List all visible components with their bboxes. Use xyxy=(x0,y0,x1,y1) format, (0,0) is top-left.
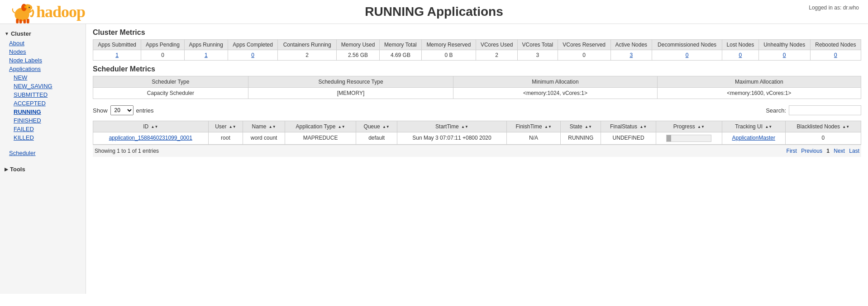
sort-arrows-final-status: ▲▼ xyxy=(639,125,647,129)
th-state[interactable]: State ▲▼ xyxy=(561,121,601,132)
sched-val-type: Capacity Scheduler xyxy=(93,88,248,99)
sort-arrows-user: ▲▼ xyxy=(229,125,236,129)
sched-col-type: Scheduler Type xyxy=(93,76,248,88)
th-progress[interactable]: Progress ▲▼ xyxy=(656,121,722,132)
sort-arrows-tracking-ui: ▲▼ xyxy=(765,125,772,129)
col-unhealthy-nodes: Unhealthy Nodes xyxy=(758,40,810,50)
col-active-nodes: Active Nodes xyxy=(610,40,652,50)
showing-text: Showing 1 to 1 of 1 entries xyxy=(95,148,159,154)
sidebar-item-scheduler[interactable]: Scheduler xyxy=(0,149,86,157)
th-id[interactable]: ID ▲▼ xyxy=(93,121,209,132)
th-final-status[interactable]: FinalStatus ▲▼ xyxy=(601,121,656,132)
sort-arrows-queue: ▲▼ xyxy=(382,125,390,129)
sort-arrows-name: ▲▼ xyxy=(269,125,276,129)
hadoop-elephant-icon xyxy=(9,0,36,24)
sidebar-item-new-saving[interactable]: NEW_SAVING xyxy=(0,82,86,90)
col-lost-nodes: Lost Nodes xyxy=(722,40,758,50)
col-vcores-reserved: VCores Reserved xyxy=(558,40,610,50)
sidebar-item-finished[interactable]: FINISHED xyxy=(0,116,86,125)
entries-label: entries xyxy=(136,107,154,114)
col-decommissioned-nodes: Decommissioned Nodes xyxy=(652,40,722,50)
sidebar: ▼ Cluster About Nodes Node Labels Applic… xyxy=(0,24,86,294)
svg-rect-6 xyxy=(23,19,26,24)
pagination-links: First Previous 1 Next Last xyxy=(784,148,859,154)
entries-select[interactable]: 20 50 100 xyxy=(110,105,134,115)
sidebar-item-new[interactable]: NEW xyxy=(0,73,86,82)
sidebar-item-nodes[interactable]: Nodes xyxy=(0,47,86,56)
th-queue[interactable]: Queue ▲▼ xyxy=(356,121,397,132)
sort-arrows-state: ▲▼ xyxy=(585,125,592,129)
search-control: Search: xyxy=(766,105,861,115)
col-memory-total: Memory Total xyxy=(380,40,421,50)
th-blacklisted-nodes[interactable]: Blacklisted Nodes ▲▼ xyxy=(785,121,861,132)
col-containers-running: Containers Running xyxy=(278,40,337,50)
sort-arrows-app-type: ▲▼ xyxy=(338,125,345,129)
sched-col-resource: Scheduling Resource Type xyxy=(248,76,453,88)
cell-state: RUNNING xyxy=(561,132,601,145)
val-active-nodes[interactable]: 3 xyxy=(610,50,652,61)
cell-name: word count xyxy=(243,132,285,145)
table-controls: Show 20 50 100 entries Search: xyxy=(93,104,861,117)
cluster-metrics-title: Cluster Metrics xyxy=(93,28,861,37)
pagination-last[interactable]: Last xyxy=(849,148,859,154)
scheduler-metrics-table: Scheduler Type Scheduling Resource Type … xyxy=(93,76,861,99)
tools-label: Tools xyxy=(10,166,25,173)
col-rebooted-nodes: Rebooted Nodes xyxy=(810,40,861,50)
sidebar-item-running[interactable]: RUNNING xyxy=(0,108,86,116)
val-lost-nodes[interactable]: 0 xyxy=(722,50,758,61)
tools-section-header[interactable]: ▶ Tools xyxy=(0,164,86,174)
sidebar-item-submitted[interactable]: SUBMITTED xyxy=(0,90,86,99)
sched-val-max: <memory:1600, vCores:1> xyxy=(657,88,861,99)
cluster-section-header[interactable]: ▼ Cluster xyxy=(0,28,86,39)
th-finish-time[interactable]: FinishTime ▲▼ xyxy=(506,121,560,132)
th-app-type[interactable]: Application Type ▲▼ xyxy=(285,121,356,132)
sort-arrows-start-time: ▲▼ xyxy=(461,125,468,129)
val-memory-total: 4.69 GB xyxy=(380,50,421,61)
col-apps-pending: Apps Pending xyxy=(141,40,184,50)
th-user[interactable]: User ▲▼ xyxy=(208,121,243,132)
sched-val-min: <memory:1024, vCores:1> xyxy=(453,88,657,99)
svg-point-8 xyxy=(24,5,28,8)
sort-arrows-progress: ▲▼ xyxy=(697,125,705,129)
cell-progress xyxy=(656,132,722,145)
val-unhealthy-nodes[interactable]: 0 xyxy=(758,50,810,61)
val-decommissioned-nodes[interactable]: 0 xyxy=(652,50,722,61)
sidebar-item-about[interactable]: About xyxy=(0,39,86,47)
th-tracking-ui[interactable]: Tracking UI ▲▼ xyxy=(722,121,785,132)
col-memory-used: Memory Used xyxy=(336,40,379,50)
cell-app-id[interactable]: application_1588460231099_0001 xyxy=(93,132,209,145)
sidebar-item-node-labels[interactable]: Node Labels xyxy=(0,56,86,65)
hadoop-logo-text: hadoop xyxy=(36,2,85,21)
sched-val-resource: [MEMORY] xyxy=(248,88,453,99)
val-vcores-used: 2 xyxy=(476,50,518,61)
cell-queue: default xyxy=(356,132,397,145)
show-label: Show xyxy=(93,107,108,114)
val-apps-completed[interactable]: 0 xyxy=(228,50,278,61)
search-input[interactable] xyxy=(789,105,861,115)
sidebar-item-applications[interactable]: Applications xyxy=(0,65,86,73)
sidebar-item-accepted[interactable]: ACCEPTED xyxy=(0,99,86,108)
th-start-time[interactable]: StartTime ▲▼ xyxy=(397,121,506,132)
cell-tracking-ui[interactable]: ApplicationMaster xyxy=(722,132,785,145)
cell-blacklisted-nodes: 0 xyxy=(785,132,861,145)
col-memory-reserved: Memory Reserved xyxy=(421,40,476,50)
val-apps-submitted[interactable]: 1 xyxy=(93,50,141,61)
pagination-current-page: 1 xyxy=(826,148,830,154)
pagination-next[interactable]: Next xyxy=(834,148,845,154)
svg-rect-7 xyxy=(27,19,29,23)
page-title: RUNNING Applications xyxy=(365,5,503,19)
sidebar-item-failed[interactable]: FAILED xyxy=(0,125,86,133)
progress-bar-fill xyxy=(667,135,671,141)
logo: hadoop xyxy=(9,0,85,24)
cell-start-time: Sun May 3 07:07:11 +0800 2020 xyxy=(397,132,506,145)
val-apps-running[interactable]: 1 xyxy=(184,50,228,61)
pagination-first[interactable]: First xyxy=(787,148,797,154)
pagination-previous[interactable]: Previous xyxy=(801,148,822,154)
sidebar-item-killed[interactable]: KILLED xyxy=(0,133,86,142)
content-area: Cluster Metrics Apps Submitted Apps Pend… xyxy=(86,24,868,294)
col-apps-completed: Apps Completed xyxy=(228,40,278,50)
col-apps-submitted: Apps Submitted xyxy=(93,40,141,50)
th-name[interactable]: Name ▲▼ xyxy=(243,121,285,132)
val-memory-reserved: 0 B xyxy=(421,50,476,61)
val-rebooted-nodes[interactable]: 0 xyxy=(810,50,861,61)
